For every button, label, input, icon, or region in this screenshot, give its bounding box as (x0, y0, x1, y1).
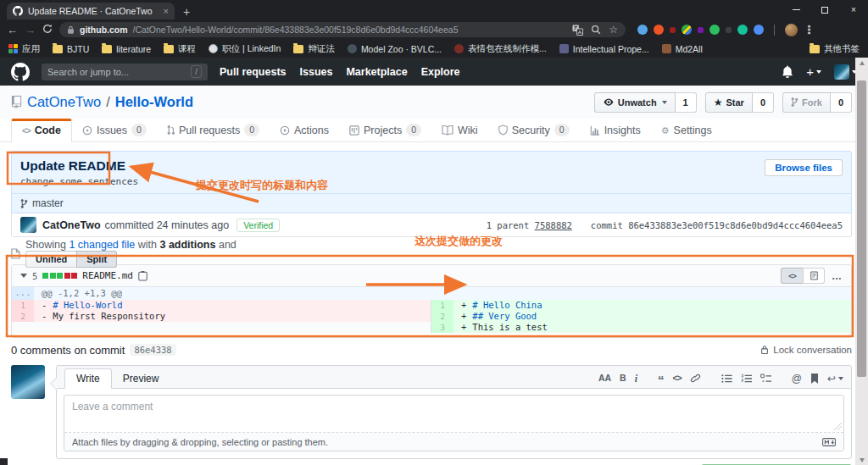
bookmark-item[interactable]: Model Zoo · BVLC... (348, 44, 442, 54)
collapse-chevron-icon[interactable] (20, 274, 27, 278)
scrollbar-thumb[interactable] (857, 80, 866, 377)
extension-icon[interactable] (754, 25, 764, 35)
tab-projects[interactable]: Projects0 (339, 119, 431, 141)
browser-menu-icon[interactable]: ••• (804, 25, 815, 35)
other-bookmarks[interactable]: 其他书签 (810, 43, 860, 55)
italic-icon[interactable]: i (635, 374, 637, 384)
back-icon[interactable]: ← (7, 25, 18, 36)
url-omnibox[interactable]: github.com/CatOneTwo/Hello-World/commit/… (59, 22, 626, 37)
extension-icon[interactable] (682, 25, 692, 35)
comment-textarea[interactable]: Leave a comment (64, 396, 843, 433)
split-view-button[interactable]: Split (76, 251, 117, 268)
tab-security[interactable]: Security0 (488, 119, 580, 141)
scroll-down-icon[interactable] (855, 455, 868, 465)
zoom-search-icon[interactable] (591, 25, 601, 35)
diff-filename[interactable]: README.md (82, 270, 133, 281)
window-close-icon[interactable]: × (839, 0, 868, 19)
fork-count[interactable]: 0 (831, 92, 852, 113)
bookmark-item[interactable]: Intellectual Prope... (559, 44, 649, 54)
added-line[interactable]: 3 +This is a test (431, 322, 851, 333)
added-line[interactable]: 2 +## Very Good (431, 311, 851, 322)
source-diff-button[interactable]: <> (781, 268, 803, 284)
tab-close-icon[interactable]: × (164, 6, 169, 16)
branch-name[interactable]: master (32, 197, 64, 209)
added-line[interactable]: 1 +# Hello China (431, 300, 851, 311)
attach-files-bar[interactable]: Attach files by dragging & dropping, sel… (64, 433, 843, 451)
tab-issues[interactable]: Issues0 (72, 119, 157, 141)
mention-icon[interactable]: @ (792, 374, 802, 384)
star-button[interactable]: ★ Star (705, 92, 753, 113)
verified-badge[interactable]: Verified (236, 219, 280, 232)
deleted-line[interactable]: 2 -My first Responsitory (12, 311, 431, 322)
browser-tab[interactable]: Update README · CatOneTwo × (7, 3, 175, 19)
extension-icon[interactable] (698, 27, 704, 33)
bookmark-item[interactable]: BJTU (53, 44, 89, 54)
bookmark-item[interactable]: 课程 (164, 43, 196, 55)
text-size-icon[interactable]: AA (598, 374, 611, 383)
extension-icon[interactable] (670, 27, 676, 33)
tab-insights[interactable]: Insights (580, 119, 651, 141)
extension-icon[interactable] (637, 25, 648, 35)
unwatch-button[interactable]: Unwatch (594, 92, 676, 113)
extension-icon[interactable] (709, 25, 720, 35)
scroll-up-icon[interactable] (855, 58, 868, 68)
tab-code[interactable]: <> Code (11, 119, 72, 142)
browse-files-button[interactable]: Browse files (765, 159, 843, 176)
browser-profile-avatar[interactable] (785, 24, 798, 36)
copy-path-icon[interactable] (138, 270, 147, 281)
forward-icon[interactable]: → (25, 25, 36, 36)
repo-name-link[interactable]: Hello-World (115, 94, 193, 110)
reply-icon[interactable]: ↩ (827, 374, 843, 384)
window-maximize-icon[interactable] (810, 0, 839, 19)
extension-icon[interactable] (737, 25, 748, 35)
create-new-dropdown[interactable]: + (806, 65, 821, 78)
author-avatar[interactable] (20, 217, 36, 233)
diff-options-kebab-icon[interactable]: … (832, 270, 843, 282)
repo-owner-link[interactable]: CatOneTwo (27, 94, 101, 110)
notifications-bell-icon[interactable] (782, 65, 793, 78)
window-minimize-icon[interactable] (782, 0, 810, 19)
fork-button[interactable]: Fork (782, 92, 831, 113)
rich-diff-button[interactable] (803, 268, 825, 284)
new-tab-button[interactable]: + (183, 6, 190, 18)
bookmark-item[interactable]: 职位 | LinkedIn (209, 43, 281, 55)
extension-icon[interactable] (654, 25, 664, 35)
star-count[interactable]: 0 (753, 92, 774, 113)
page-scrollbar[interactable] (855, 58, 868, 465)
tab-preview[interactable]: Preview (112, 369, 170, 388)
quote-icon[interactable]: “ (658, 378, 665, 383)
bookmark-item[interactable]: 表情包在线制作模... (454, 43, 547, 55)
deleted-line[interactable]: 1 -# Hello-World (12, 300, 431, 311)
bookmark-item[interactable]: literature (102, 44, 151, 54)
reload-icon[interactable] (42, 24, 53, 36)
tab-write[interactable]: Write (64, 368, 112, 389)
parent-sha-link[interactable]: 7588882 (535, 220, 572, 230)
nav-marketplace[interactable]: Marketplace (346, 66, 407, 78)
nav-pull-requests[interactable]: Pull requests (220, 66, 287, 78)
lock-conversation[interactable]: Lock conversation (760, 345, 852, 355)
tab-settings[interactable]: ⚙ Settings (651, 119, 722, 141)
extension-icon[interactable] (726, 27, 732, 33)
bookmark-item[interactable]: Md2All (662, 44, 703, 54)
code-icon[interactable]: <> (672, 374, 681, 383)
user-menu[interactable] (834, 64, 857, 80)
nav-issues[interactable]: Issues (300, 66, 333, 78)
task-list-icon[interactable] (760, 374, 771, 384)
unified-view-button[interactable]: Unified (25, 251, 76, 268)
author-name[interactable]: CatOneTwo (42, 219, 101, 231)
saved-replies-icon[interactable] (810, 374, 819, 384)
resize-handle[interactable] (834, 423, 842, 430)
bookmark-apps[interactable]: 应用 (8, 43, 40, 55)
github-search-input[interactable]: Search or jump to... / (42, 64, 208, 80)
tab-wiki[interactable]: Wiki (431, 119, 488, 141)
tab-actions[interactable]: Actions (270, 119, 339, 141)
bookmark-star-icon[interactable]: ☆ (609, 24, 618, 36)
bold-icon[interactable]: B (620, 374, 626, 383)
bookmark-item[interactable]: 辩证法 (293, 43, 335, 55)
expand-hunk-gutter[interactable]: ... (12, 287, 34, 300)
changed-file-link[interactable]: 1 changed file (69, 239, 135, 251)
translate-icon[interactable] (572, 25, 583, 36)
link-icon[interactable] (690, 373, 701, 384)
watch-count[interactable]: 1 (676, 92, 697, 113)
bulleted-list-icon[interactable] (721, 374, 732, 384)
